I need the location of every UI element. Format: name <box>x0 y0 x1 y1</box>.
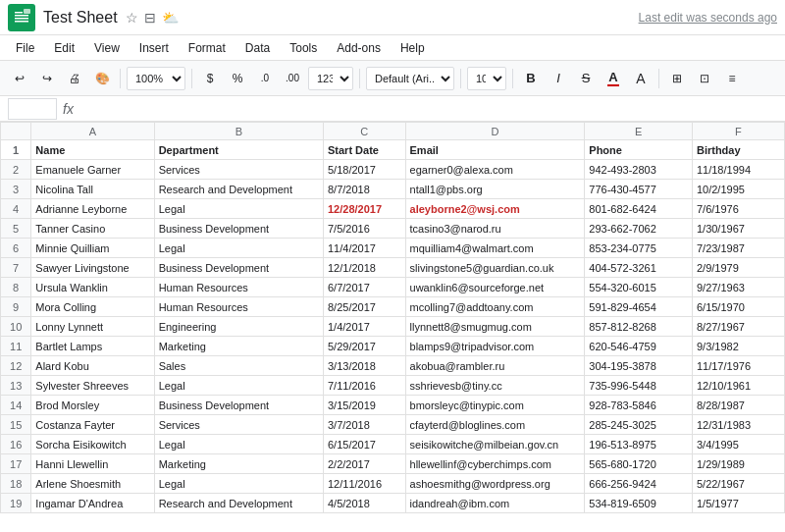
cell[interactable]: 4/5/2018 <box>323 494 405 513</box>
cell[interactable]: 285-245-3025 <box>585 415 693 435</box>
cell[interactable]: ntall1@pbs.org <box>405 180 585 199</box>
cell[interactable]: 6/15/2017 <box>323 435 405 454</box>
formula-input[interactable] <box>79 98 777 120</box>
menu-help[interactable]: Help <box>392 39 433 57</box>
cell[interactable]: Sales <box>154 356 323 376</box>
star-icon[interactable]: ☆ <box>126 10 138 26</box>
cell[interactable]: Sawyer Livingstone <box>31 258 154 278</box>
align-button[interactable]: ≡ <box>720 67 744 90</box>
cell[interactable]: Adrianne Leyborne <box>31 199 154 219</box>
cell[interactable]: Arlene Shoesmith <box>31 474 154 494</box>
cell[interactable]: Bartlet Lamps <box>31 337 154 356</box>
cell[interactable]: Services <box>154 415 323 435</box>
cell[interactable]: Brod Morsley <box>31 396 154 415</box>
cell[interactable]: Business Development <box>154 219 323 239</box>
percent-button[interactable]: % <box>226 67 249 90</box>
cell[interactable]: Marketing <box>154 454 323 474</box>
cell[interactable]: Human Resources <box>154 278 323 297</box>
cell[interactable]: 8/7/2018 <box>323 180 405 199</box>
cell[interactable]: Ingamar D'Andrea <box>31 494 154 513</box>
header-cell[interactable]: Phone <box>585 140 693 160</box>
cell[interactable]: 2/9/1979 <box>692 258 784 278</box>
cell[interactable]: 293-662-7062 <box>585 219 693 239</box>
cell[interactable]: Legal <box>154 239 323 258</box>
menu-edit[interactable]: Edit <box>46 39 82 57</box>
cell[interactable]: idandreah@ibm.com <box>405 494 585 513</box>
cell[interactable]: 9/27/1963 <box>692 278 784 297</box>
cell[interactable]: 8/25/2017 <box>323 297 405 317</box>
cell[interactable]: 857-812-8268 <box>585 317 693 337</box>
menu-insert[interactable]: Insert <box>131 39 177 57</box>
cell[interactable]: llynnett8@smugmug.com <box>405 317 585 337</box>
cell[interactable]: 776-430-4577 <box>585 180 693 199</box>
strikethrough-button[interactable]: S <box>574 67 598 90</box>
cell[interactable]: egarner0@alexa.com <box>405 160 585 180</box>
cell[interactable]: Mora Colling <box>31 297 154 317</box>
currency-button[interactable]: $ <box>198 67 222 90</box>
cell[interactable]: Services <box>154 160 323 180</box>
cell[interactable]: Nicolina Tall <box>31 180 154 199</box>
cell[interactable]: 801-682-6424 <box>585 199 693 219</box>
cell[interactable]: 404-572-3261 <box>585 258 693 278</box>
text-color-button[interactable]: A <box>629 67 653 90</box>
cell[interactable]: Engineering <box>154 317 323 337</box>
cell[interactable]: 6/7/2017 <box>323 278 405 297</box>
cell[interactable]: Legal <box>154 435 323 454</box>
cell[interactable]: 304-195-3878 <box>585 356 693 376</box>
cell[interactable]: Alard Kobu <box>31 356 154 376</box>
cell[interactable]: 2/2/2017 <box>323 454 405 474</box>
paint-format-button[interactable]: 🎨 <box>90 67 114 90</box>
cell[interactable]: slivingstone5@guardian.co.uk <box>405 258 585 278</box>
cell[interactable]: Marketing <box>154 337 323 356</box>
cell[interactable]: 12/28/2017 <box>323 199 405 219</box>
cell[interactable]: seisikowitche@milbeian.gov.cn <box>405 435 585 454</box>
cell[interactable]: 11/4/2017 <box>323 239 405 258</box>
cell[interactable]: Human Resources <box>154 297 323 317</box>
cell[interactable]: 1/29/1989 <box>692 454 784 474</box>
cell[interactable]: 7/6/1976 <box>692 199 784 219</box>
cell[interactable]: 3/7/2018 <box>323 415 405 435</box>
cell[interactable]: 6/15/1970 <box>692 297 784 317</box>
cell-reference-input[interactable] <box>8 98 57 120</box>
header-cell[interactable]: Department <box>154 140 323 160</box>
col-header-C[interactable]: C <box>323 123 405 140</box>
cell[interactable]: Lonny Lynnett <box>31 317 154 337</box>
borders-button[interactable]: ⊞ <box>665 67 689 90</box>
header-cell[interactable]: Birthday <box>692 140 784 160</box>
col-header-D[interactable]: D <box>405 123 585 140</box>
merge-button[interactable]: ⊡ <box>693 67 716 90</box>
underline-button[interactable]: A <box>602 67 625 90</box>
cell[interactable]: 1/4/2017 <box>323 317 405 337</box>
header-cell[interactable]: Email <box>405 140 585 160</box>
cell[interactable]: 1/5/1977 <box>692 494 784 513</box>
undo-button[interactable]: ↩ <box>8 67 31 90</box>
cell[interactable]: Costanza Fayter <box>31 415 154 435</box>
col-header-F[interactable]: F <box>692 123 784 140</box>
header-cell[interactable]: Name <box>31 140 154 160</box>
cell[interactable]: 942-493-2803 <box>585 160 693 180</box>
menu-format[interactable]: Format <box>181 39 234 57</box>
cell[interactable]: Emanuele Garner <box>31 160 154 180</box>
cell[interactable]: 8/28/1987 <box>692 396 784 415</box>
zoom-select[interactable]: 100% <box>127 67 185 90</box>
decimal-more-button[interactable]: .00 <box>281 67 304 90</box>
cell[interactable]: 7/23/1987 <box>692 239 784 258</box>
menu-view[interactable]: View <box>86 39 128 57</box>
cell[interactable]: Hanni Llewellin <box>31 454 154 474</box>
cell[interactable]: Research and Development <box>154 180 323 199</box>
bold-button[interactable]: B <box>519 67 543 90</box>
cell[interactable]: 11/17/1976 <box>692 356 784 376</box>
cell[interactable]: akobua@rambler.ru <box>405 356 585 376</box>
cell[interactable]: mcolling7@addtoany.com <box>405 297 585 317</box>
cell[interactable]: 591-829-4654 <box>585 297 693 317</box>
col-header-B[interactable]: B <box>154 123 323 140</box>
cell[interactable]: Business Development <box>154 258 323 278</box>
cell[interactable]: 7/5/2016 <box>323 219 405 239</box>
cell[interactable]: Research and Development <box>154 494 323 513</box>
cell[interactable]: Tanner Casino <box>31 219 154 239</box>
folder-icon[interactable]: ⊟ <box>144 10 156 26</box>
cell[interactable]: 196-513-8975 <box>585 435 693 454</box>
cell[interactable]: 9/3/1982 <box>692 337 784 356</box>
cell[interactable]: 12/10/1961 <box>692 376 784 396</box>
cell[interactable]: cfayterd@bloglines.com <box>405 415 585 435</box>
